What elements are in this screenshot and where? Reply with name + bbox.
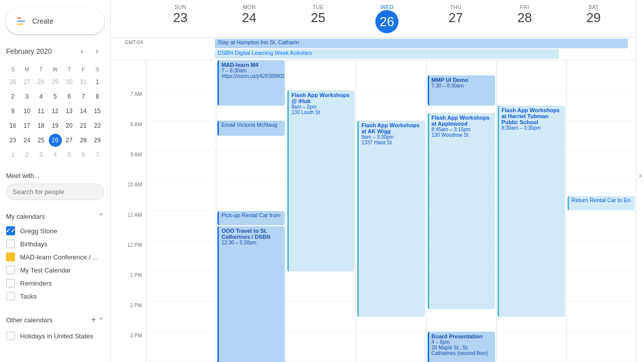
cal-checkbox-birthdays[interactable]	[6, 239, 15, 248]
mini-cal-day[interactable]: 22	[91, 119, 104, 132]
mini-cal-day[interactable]: 18	[35, 119, 48, 132]
mini-cal-day[interactable]: 17	[21, 119, 34, 132]
time-label-10am: 10 AM	[111, 181, 146, 211]
calendar-item-gregg[interactable]: ✓ Gregg Stone	[0, 224, 110, 237]
calendar-item-tasks[interactable]: Tasks	[0, 290, 110, 303]
event-ooo-travel[interactable]: OOO Travel to St. Catherines / DSBN 12:3…	[217, 226, 285, 362]
my-calendars-header[interactable]: My calendars ⌃	[0, 208, 110, 224]
event-title: MAD-learn M4	[221, 62, 282, 68]
event-title: OOO Travel to St. Catherines / DSBN	[221, 228, 282, 240]
gmt-label: GMT-04	[111, 38, 146, 60]
mini-cal-day[interactable]: 20	[63, 119, 76, 132]
mini-cal-day[interactable]: 31	[77, 75, 90, 88]
cal-checkbox-tasks[interactable]	[6, 292, 15, 301]
day-num-sun: 23	[146, 10, 215, 26]
day-name-thu: THU	[421, 4, 490, 10]
cal-checkbox-my-test[interactable]	[6, 265, 15, 275]
day-name-tue: TUE	[284, 4, 353, 10]
mini-cal-day[interactable]: 29	[49, 75, 62, 88]
calendar-item-birthdays[interactable]: Birthdays	[0, 237, 110, 250]
day-header-sat: SAT 29	[559, 0, 628, 37]
allday-event-hampton[interactable]: Stay at Hampton Inn St. Catharin	[215, 39, 628, 48]
mini-cal-day[interactable]: 5	[63, 148, 76, 161]
mini-cal-day[interactable]: 2	[21, 148, 34, 161]
svg-rect-0	[17, 21, 25, 22]
sidebar: Create February 2020 ‹ › S M T W T F S	[0, 0, 111, 362]
mini-cal-day[interactable]: 4	[35, 90, 48, 103]
mini-cal-day[interactable]: 8	[91, 90, 104, 103]
event-pickup-rental[interactable]: Pick-up Rental Car from	[217, 211, 285, 225]
cal-checkbox-gregg[interactable]: ✓	[6, 226, 15, 235]
mini-cal-prev[interactable]: ‹	[75, 44, 89, 58]
calendar-item-holidays[interactable]: Holidays in United States	[0, 329, 110, 342]
create-button[interactable]: Create	[6, 8, 104, 34]
event-flash-ihub[interactable]: Flash App Workshops @ iHub 8am – 2pm 130…	[287, 90, 355, 272]
mini-cal-next[interactable]: ›	[90, 44, 104, 58]
mini-cal-day[interactable]: 13	[63, 105, 76, 118]
event-flash-akwigg[interactable]: Flash App Workshops at AK Wigg 9am – 3:3…	[357, 121, 425, 317]
time-grid-scroll[interactable]: 7 AM 8 AM 9 AM 10 AM 11 AM 12 PM 1 PM 2 …	[111, 60, 636, 362]
mini-cal-day[interactable]: 27	[63, 134, 76, 147]
mini-cal-day[interactable]: 21	[77, 119, 90, 132]
mini-cal-day[interactable]: 25	[35, 134, 48, 147]
event-madlearn-m4[interactable]: MAD-learn M4 7 – 8:30am https://zoom.us/…	[217, 60, 285, 106]
mini-cal-day[interactable]: 1	[91, 75, 104, 88]
expand-icon[interactable]: ›	[639, 171, 641, 180]
mini-cal-day[interactable]: 11	[35, 105, 48, 118]
mini-cal-day[interactable]: 16	[7, 119, 20, 132]
mini-cal-day[interactable]: 10	[21, 105, 34, 118]
mini-cal-day[interactable]: 12	[49, 105, 62, 118]
mini-cal-day[interactable]: 6	[77, 148, 90, 161]
meet-with-section: Meet with...	[0, 168, 110, 204]
my-calendars-title: My calendars	[6, 213, 45, 220]
event-title: Return Rental Car to En	[572, 197, 632, 203]
mini-cal-day[interactable]: 5	[49, 90, 62, 103]
mini-cal-day[interactable]: 27	[21, 75, 34, 88]
mini-cal-day[interactable]: 2	[7, 90, 20, 103]
mini-cal-day[interactable]: 26	[7, 75, 20, 88]
mini-cal-day[interactable]: 14	[77, 105, 90, 118]
event-flash-applewood[interactable]: Flash App Workshops at Applewood 8:45am …	[428, 113, 495, 309]
time-label-1pm: 1 PM	[111, 272, 146, 302]
day-name-sat: SAT	[559, 4, 628, 10]
add-other-calendar-icon[interactable]: +	[91, 315, 96, 325]
mini-cal-day[interactable]: 3	[21, 90, 34, 103]
event-return-rental[interactable]: Return Rental Car to En	[568, 196, 635, 210]
cal-checkbox-madlearn[interactable]	[6, 252, 15, 261]
event-board-presentation[interactable]: Board Presentation 4 – 6pm 20 Maple St.,…	[428, 332, 495, 362]
mini-cal-day[interactable]: 29	[91, 134, 104, 147]
calendar-item-reminders[interactable]: Reminders	[0, 277, 110, 290]
calendar-item-madlearn[interactable]: MAD-learn Conference / ...	[0, 250, 110, 263]
other-calendars-header[interactable]: Other calendars + ⌃	[0, 311, 110, 329]
mini-cal-day[interactable]: 24	[21, 134, 34, 147]
cal-label-my-test: My Test Calendar	[20, 266, 71, 274]
mini-cal-day[interactable]: 7	[77, 90, 90, 103]
mini-cal-day[interactable]: 19	[49, 119, 62, 132]
mini-cal-day[interactable]: 28	[77, 134, 90, 147]
mini-cal-day[interactable]: 4	[49, 148, 62, 161]
mini-cal-day[interactable]: 3	[35, 148, 48, 161]
day-header-sun: SUN 23	[146, 0, 215, 37]
day-num-sat: 29	[559, 10, 628, 26]
mini-cal-day-today[interactable]: 26	[49, 134, 62, 147]
cal-checkbox-reminders[interactable]	[6, 279, 15, 288]
allday-events-container: Stay at Hampton Inn St. Catharin DSBN Di…	[146, 38, 628, 60]
mini-cal-day[interactable]: 30	[63, 75, 76, 88]
mini-cal-day[interactable]: 23	[7, 134, 20, 147]
event-flash-harriet[interactable]: Flash App Workshops at Harriet Tubman Pu…	[498, 106, 565, 317]
mini-calendar: February 2020 ‹ › S M T W T F S 26 27 28…	[0, 42, 110, 168]
mini-cal-day[interactable]: 28	[35, 75, 48, 88]
calendar-item-my-test[interactable]: My Test Calendar	[0, 263, 110, 277]
mini-cal-day[interactable]: 7	[91, 148, 104, 161]
mini-cal-day[interactable]: 1	[7, 148, 20, 161]
mini-cal-day[interactable]: 15	[91, 105, 104, 118]
mini-cal-day[interactable]: 6	[63, 90, 76, 103]
day-header-fri: FRI 28	[490, 0, 559, 37]
event-email-victoria[interactable]: Email Victoria McNaug	[217, 121, 285, 136]
cal-checkbox-holidays[interactable]	[6, 331, 15, 340]
mini-cal-day[interactable]: 9	[7, 105, 20, 118]
search-people-input[interactable]	[6, 184, 104, 200]
event-time: 8:30am – 3:30pm	[502, 125, 562, 131]
event-mmp-demo[interactable]: MMP UI Demo 7:30 – 8:30am	[428, 75, 495, 106]
allday-event-dsbn[interactable]: DSBN Digital Learning Week Activities	[215, 49, 559, 59]
